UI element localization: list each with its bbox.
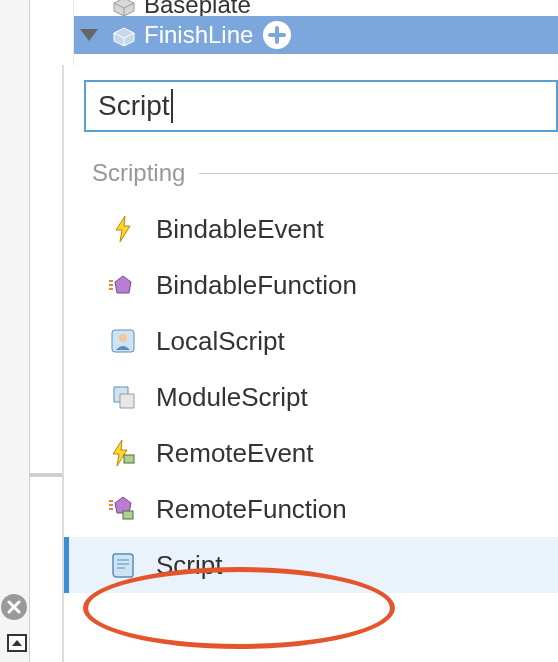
item-bindableevent[interactable]: BindableEvent (64, 201, 558, 257)
left-gutter (0, 0, 30, 662)
insert-object-popup: Script Scripting BindableEvent BindableF… (62, 65, 558, 662)
divider-line (199, 173, 558, 174)
item-modulescript[interactable]: ModuleScript (64, 369, 558, 425)
svg-point-1 (119, 334, 127, 342)
collapse-up-icon[interactable] (7, 634, 27, 652)
search-input[interactable]: Script (84, 80, 558, 132)
gem-icon (108, 270, 138, 300)
svg-rect-2 (124, 455, 134, 463)
part-icon (112, 25, 136, 45)
item-label: BindableFunction (156, 270, 357, 301)
remote-gem-icon (108, 494, 138, 524)
tree-item-finishline[interactable]: FinishLine (74, 16, 558, 54)
item-label: RemoteEvent (156, 438, 314, 469)
category-header: Scripting (64, 147, 558, 201)
expand-arrow-icon[interactable] (80, 29, 98, 41)
item-label: LocalScript (156, 326, 285, 357)
person-icon (108, 326, 138, 356)
svg-rect-3 (123, 511, 133, 519)
item-localscript[interactable]: LocalScript (64, 313, 558, 369)
tree-item-label: FinishLine (144, 21, 253, 49)
category-label: Scripting (92, 159, 185, 187)
lightning-icon (108, 214, 138, 244)
item-label: Script (156, 550, 222, 581)
module-icon (108, 382, 138, 412)
part-icon (112, 0, 136, 15)
remote-lightning-icon (108, 438, 138, 468)
item-label: BindableEvent (156, 214, 324, 245)
item-bindablefunction[interactable]: BindableFunction (64, 257, 558, 313)
add-child-button[interactable] (263, 21, 291, 49)
close-icon[interactable] (1, 594, 27, 620)
item-label: ModuleScript (156, 382, 308, 413)
item-remoteevent[interactable]: RemoteEvent (64, 425, 558, 481)
item-label: RemoteFunction (156, 494, 347, 525)
item-script[interactable]: Script (64, 537, 558, 593)
item-remotefunction[interactable]: RemoteFunction (64, 481, 558, 537)
script-icon (108, 550, 138, 580)
text-cursor (171, 89, 173, 123)
search-value: Script (98, 90, 170, 122)
